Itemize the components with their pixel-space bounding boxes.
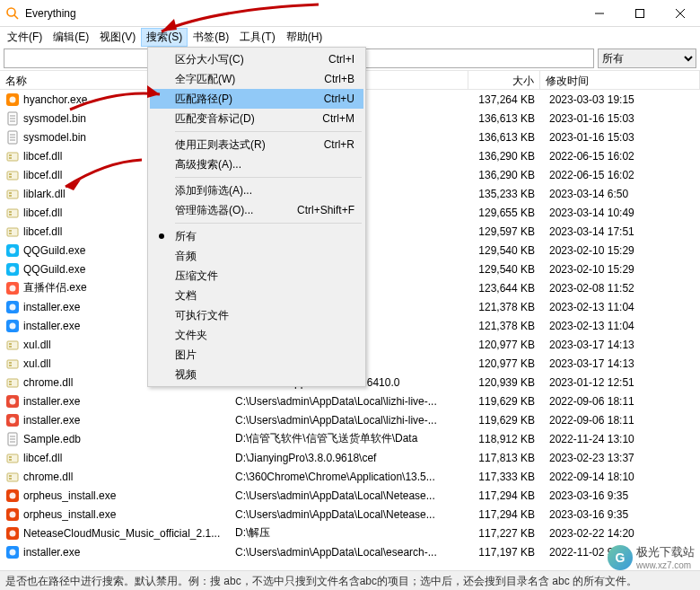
file-date: 2023-02-10 15:29 — [540, 263, 700, 276]
menu-item[interactable]: 视图(V) — [94, 28, 141, 47]
file-name: libcef.dll — [23, 207, 62, 219]
svg-rect-46 — [9, 365, 12, 366]
menu-item-label: 所有 — [175, 229, 197, 244]
filter-select[interactable]: 所有 — [598, 48, 696, 68]
file-size: 120,977 KB — [468, 339, 540, 351]
svg-point-71 — [10, 549, 16, 555]
file-icon — [5, 413, 20, 427]
file-date: 2022-11-24 13:10 — [540, 433, 700, 445]
file-size: 129,540 KB — [468, 263, 540, 276]
table-row[interactable]: libcef.dllD:\JianyingPro\3.8.0.9618\cef1… — [0, 448, 700, 467]
file-name: libcef.dll — [23, 225, 62, 238]
menu-item-label: 匹配路径(P) — [175, 92, 232, 107]
menu-dropdown-item[interactable]: 全字匹配(W)Ctrl+B — [150, 69, 363, 89]
menu-dropdown-item[interactable]: 管理筛选器(O)...Ctrl+Shift+F — [150, 200, 363, 220]
file-name: orpheus_install.exe — [23, 508, 116, 521]
file-size: 120,977 KB — [468, 357, 540, 370]
table-row[interactable]: installer.exeC:\Users\admin\AppData\Loca… — [0, 410, 700, 429]
watermark-text: 极光下载站 — [636, 544, 695, 560]
menu-dropdown-item[interactable]: 压缩文件 — [150, 266, 363, 286]
file-name: sysmodel.bin — [23, 112, 86, 125]
file-icon — [5, 394, 20, 409]
file-name: installer.exe — [23, 320, 80, 332]
file-date: 2023-02-13 11:04 — [540, 301, 700, 313]
svg-point-40 — [10, 322, 16, 329]
file-date: 2023-01-16 15:03 — [540, 131, 700, 144]
file-icon — [5, 243, 20, 258]
menu-dropdown-item[interactable]: 文件夹 — [150, 325, 363, 345]
menu-dropdown-item[interactable]: 文档 — [150, 286, 363, 305]
menu-item-label: 可执行文件 — [175, 308, 229, 323]
svg-point-34 — [10, 266, 16, 272]
file-name: installer.exe — [23, 414, 80, 427]
file-size: 121,378 KB — [468, 320, 540, 332]
file-date: 2023-01-16 15:03 — [540, 112, 700, 125]
column-size[interactable]: 大小 — [468, 71, 540, 89]
menu-dropdown-item[interactable]: 音频 — [150, 246, 363, 266]
svg-point-69 — [10, 530, 16, 536]
file-icon — [5, 507, 20, 522]
menu-dropdown-item[interactable]: 匹配变音标记(D)Ctrl+M — [150, 109, 363, 128]
file-date: 2023-03-16 9:35 — [540, 489, 700, 502]
svg-rect-20 — [9, 173, 12, 175]
svg-rect-28 — [7, 228, 18, 236]
file-name: liblark.dll — [23, 188, 66, 200]
file-icon — [5, 545, 20, 559]
table-row[interactable]: Sample.edbD:\信管飞软件\信管飞送货单软件\Data118,912 … — [0, 429, 700, 448]
menu-dropdown-item[interactable]: 可执行文件 — [150, 305, 363, 325]
table-row[interactable]: NeteaseCloudMusic_Music_official_2.1...D… — [0, 524, 700, 542]
file-icon — [5, 375, 20, 390]
file-date: 2023-03-17 14:13 — [540, 339, 700, 351]
menu-dropdown-item[interactable]: 区分大小写(C)Ctrl+I — [150, 49, 363, 69]
table-row[interactable]: chrome.dllC:\360Chrome\Chrome\Applicatio… — [0, 467, 700, 486]
menu-dropdown-item[interactable]: 视频 — [150, 365, 363, 384]
file-name: libcef.dll — [23, 150, 62, 163]
table-row[interactable]: orpheus_install.exeC:\Users\admin\AppDat… — [0, 486, 700, 505]
menu-dropdown-item[interactable]: 图片 — [150, 345, 363, 365]
file-date: 2022-09-06 18:11 — [540, 395, 700, 408]
svg-point-32 — [10, 247, 16, 253]
table-row[interactable]: installer.exeC:\Users\admin\AppData\Loca… — [0, 392, 700, 410]
menu-dropdown-item[interactable]: 使用正则表达式(R)Ctrl+R — [150, 135, 363, 154]
svg-rect-26 — [9, 211, 12, 213]
file-name: installer.exe — [23, 546, 80, 559]
file-date: 2023-02-22 14:20 — [540, 527, 700, 540]
table-row[interactable]: orpheus_install.exeC:\Users\admin\AppDat… — [0, 505, 700, 524]
file-date: 2022-06-15 16:02 — [540, 169, 700, 181]
search-menu-dropdown: 区分大小写(C)Ctrl+I全字匹配(W)Ctrl+B匹配路径(P)Ctrl+U… — [147, 47, 366, 387]
minimize-button[interactable] — [579, 0, 619, 27]
watermark-sub: www.xz7.com — [636, 560, 695, 570]
file-icon — [5, 300, 20, 314]
menu-item[interactable]: 帮助(H) — [281, 28, 328, 47]
menu-item-label: 音频 — [175, 249, 197, 264]
file-size: 117,227 KB — [468, 527, 540, 540]
close-button[interactable] — [660, 0, 700, 27]
svg-rect-42 — [9, 343, 12, 345]
file-date: 2023-02-08 11:52 — [540, 282, 700, 295]
menu-item[interactable]: 书签(B) — [188, 28, 234, 47]
menu-item[interactable]: 文件(F) — [2, 28, 48, 47]
menu-item-label: 高级搜索(A)... — [175, 157, 241, 172]
file-path: C:\Users\admin\AppData\Local\Netease... — [230, 508, 468, 521]
svg-rect-22 — [7, 190, 18, 198]
file-date: 2023-03-14 6:50 — [540, 188, 700, 200]
file-icon — [5, 225, 20, 239]
menu-dropdown-item[interactable]: 高级搜索(A)... — [150, 154, 363, 174]
column-date[interactable]: 修改时间 — [540, 71, 700, 89]
menu-dropdown-item[interactable]: 添加到筛选(A)... — [150, 181, 363, 200]
file-date: 2023-03-03 19:15 — [540, 93, 700, 106]
menu-item[interactable]: 工具(T) — [234, 28, 280, 47]
menu-item[interactable]: 编辑(E) — [48, 28, 94, 47]
svg-rect-58 — [7, 454, 18, 462]
file-icon — [5, 92, 20, 107]
menu-item[interactable]: 搜索(S) — [141, 28, 188, 47]
file-icon — [5, 470, 20, 484]
table-row[interactable]: installer.exeC:\Users\admin\AppData\Loca… — [0, 542, 700, 561]
file-icon — [5, 357, 20, 371]
menu-dropdown-item[interactable]: 所有 — [150, 226, 363, 246]
menu-dropdown-item[interactable]: 匹配路径(P)Ctrl+U — [150, 89, 363, 109]
svg-point-51 — [10, 398, 16, 404]
file-path: C:\Users\admin\AppData\Local\lizhi-live-… — [230, 414, 468, 427]
file-name: xul.dll — [23, 357, 51, 370]
maximize-button[interactable] — [619, 0, 660, 27]
